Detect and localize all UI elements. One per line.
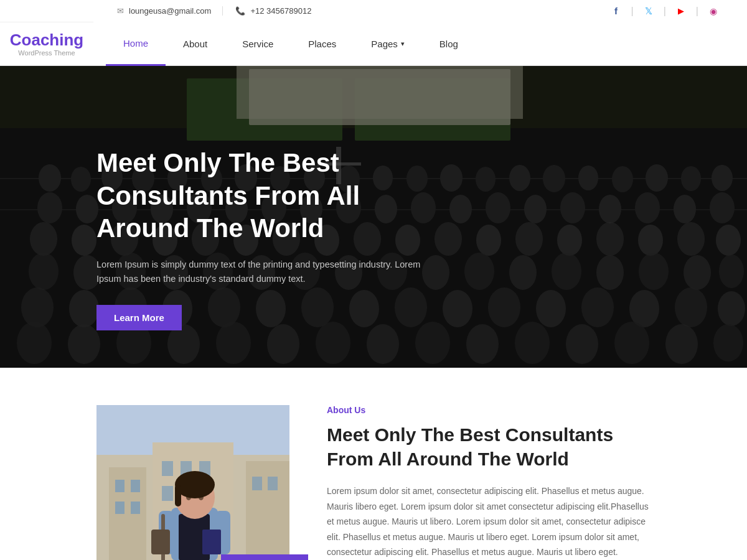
about-section-label: About Us xyxy=(327,405,651,415)
svg-rect-125 xyxy=(131,502,140,514)
facebook-icon[interactable]: f xyxy=(608,2,625,20)
about-description: Lorem ipsum dolor sit amet, consectetur … xyxy=(327,483,651,560)
svg-rect-148 xyxy=(151,530,170,554)
instagram-icon[interactable]: ◉ xyxy=(705,2,722,20)
twitter-icon[interactable]: 𝕏 xyxy=(640,2,657,20)
about-content-column: About Us Meet Only The Best Consultants … xyxy=(327,405,651,560)
svg-rect-124 xyxy=(115,502,125,514)
svg-rect-121 xyxy=(246,461,289,560)
svg-rect-132 xyxy=(252,477,262,490)
youtube-icon[interactable]: ▶ xyxy=(672,2,690,20)
svg-rect-126 xyxy=(162,461,173,476)
main-nav: Home About Service Places Pages ▾ Blog xyxy=(93,22,747,65)
hero-content: Meet Only The Best Consultants From All … xyxy=(0,66,436,330)
svg-point-146 xyxy=(199,494,204,500)
nav-home[interactable]: Home xyxy=(106,22,166,66)
svg-rect-129 xyxy=(162,486,173,501)
email-contact: ✉ loungeusa@gmail.com xyxy=(106,6,223,16)
svg-rect-133 xyxy=(268,477,278,490)
hero-section: Meet Only The Best Consultants From All … xyxy=(0,66,747,368)
phone-contact: 📞 +12 3456789012 xyxy=(223,6,322,16)
svg-rect-144 xyxy=(175,485,181,506)
svg-rect-123 xyxy=(131,480,140,492)
phone-number: +12 3456789012 xyxy=(250,6,311,16)
site-name: Coaching xyxy=(10,32,83,48)
svg-point-145 xyxy=(186,494,191,500)
nav-about[interactable]: About xyxy=(166,22,225,66)
experience-badge: 🏅 20 Years Experience xyxy=(221,554,308,560)
site-tagline: WordPress Theme xyxy=(18,49,75,57)
pages-dropdown-arrow: ▾ xyxy=(401,40,405,48)
svg-rect-141 xyxy=(202,530,221,554)
logo-block: Coaching WordPress Theme xyxy=(0,22,93,65)
nav-blog[interactable]: Blog xyxy=(422,22,476,66)
nav-places[interactable]: Places xyxy=(291,22,354,66)
svg-rect-122 xyxy=(115,480,125,492)
header: Coaching WordPress Theme Home About Serv… xyxy=(0,22,747,66)
svg-rect-119 xyxy=(109,467,146,560)
nav-pages[interactable]: Pages ▾ xyxy=(354,22,422,66)
about-image xyxy=(96,405,289,560)
about-image-illustration xyxy=(96,405,289,560)
email-address: loungeusa@gmail.com xyxy=(129,6,211,16)
hero-title: Meet Only The Best Consultants From All … xyxy=(96,147,436,245)
about-image-column: 🏅 20 Years Experience xyxy=(96,405,289,560)
email-icon: ✉ xyxy=(117,6,124,16)
learn-more-button[interactable]: Learn More xyxy=(96,305,182,330)
hero-description: Lorem Ipsum is simply dummy text of the … xyxy=(96,258,436,286)
about-title: Meet Only The Best Consultants From All … xyxy=(327,422,651,471)
phone-icon: 📞 xyxy=(235,6,245,16)
about-section: 🏅 20 Years Experience About Us Meet Only… xyxy=(0,368,747,560)
nav-service[interactable]: Service xyxy=(225,22,291,66)
